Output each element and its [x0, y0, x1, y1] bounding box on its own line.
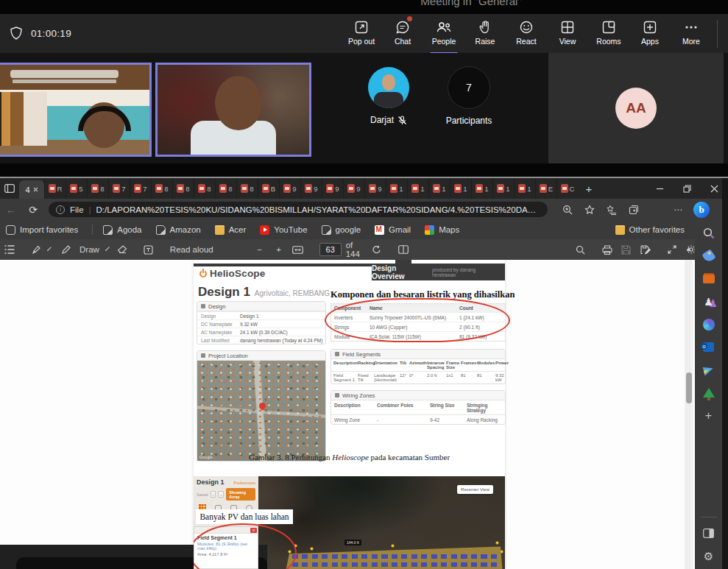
sidebar-tree-icon[interactable] [702, 386, 715, 400]
text-selection-icon[interactable] [139, 245, 158, 255]
minimize-button[interactable] [646, 178, 674, 199]
pdf-scrollbar[interactable] [685, 260, 693, 569]
eraser-icon[interactable] [113, 245, 132, 254]
restore-button[interactable] [674, 178, 701, 199]
toc-icon[interactable] [0, 245, 19, 254]
sidebar-drop-icon[interactable] [702, 363, 715, 377]
highlighter-chevron-icon[interactable] [47, 247, 52, 251]
favorite-maps[interactable]: Maps [425, 225, 459, 235]
browser-tab[interactable]: 1 [386, 178, 407, 199]
save-icon[interactable] [617, 245, 636, 255]
browser-tab[interactable]: 7 [108, 178, 130, 199]
people-button[interactable]: People [424, 18, 464, 52]
refresh-button[interactable]: ⟳ [22, 204, 44, 216]
zoom-in-icon[interactable]: + [269, 245, 289, 254]
sidebar-microsoft365-icon[interactable] [702, 317, 715, 331]
draw-chevron-icon[interactable] [105, 247, 110, 251]
favorite-youtube[interactable]: YouTube [260, 225, 307, 235]
video-tile-2[interactable] [155, 63, 311, 157]
browser-tab[interactable]: 1 [407, 178, 428, 199]
browser-tab[interactable]: 8 [172, 178, 194, 199]
raise-hand-button[interactable]: Raise [465, 18, 505, 52]
browser-tab[interactable]: 8 [215, 178, 236, 199]
highlighter-icon[interactable] [26, 245, 46, 255]
browser-tab[interactable]: B [258, 178, 279, 199]
search-document-icon[interactable] [571, 245, 590, 255]
sidebar-panel-icon[interactable] [702, 526, 715, 540]
browser-tab[interactable]: 9 [279, 178, 300, 199]
view-button[interactable]: View [548, 18, 587, 52]
bing-chat-icon[interactable]: b [689, 202, 714, 218]
fullscreen-icon[interactable] [662, 245, 682, 254]
favorites-hub-icon[interactable] [601, 205, 623, 215]
page-number-input[interactable] [319, 243, 342, 256]
page-view-icon[interactable] [394, 245, 413, 254]
browser-tab[interactable]: C [556, 178, 578, 199]
collections-icon[interactable] [623, 205, 645, 215]
self-tile[interactable]: AA [548, 53, 724, 163]
browser-tab[interactable]: 8 [236, 178, 258, 199]
browser-tab[interactable]: 1 [428, 178, 450, 199]
settings-more-icon[interactable]: ⋯ [667, 205, 689, 215]
tab-close-icon[interactable] [33, 187, 38, 192]
sidebar-search-icon[interactable] [702, 226, 715, 240]
browser-tab[interactable]: 9 [300, 178, 322, 199]
favorite-agoda[interactable]: Agoda [103, 225, 141, 235]
browser-tab[interactable]: 1 [471, 178, 492, 199]
import-favorites-button[interactable]: Import favorites [6, 225, 78, 235]
more-button[interactable]: More [671, 18, 711, 52]
url-field[interactable]: i File | D:/LAPORAN%20TESIS%20KU/SIDANG%… [49, 202, 548, 217]
react-button[interactable]: React [506, 18, 546, 52]
pop-out-button[interactable]: Pop out [342, 18, 381, 52]
browser-tab[interactable]: 7 [130, 178, 151, 199]
draw-label[interactable]: Draw [79, 245, 99, 254]
video-tile-1[interactable] [0, 63, 152, 157]
sidebar-settings-gear-icon[interactable]: ⚙ [702, 549, 715, 563]
sidebar-shopping-icon[interactable] [702, 249, 715, 263]
browser-tab[interactable]: 9 [343, 178, 364, 199]
browser-tab[interactable]: 8 [87, 178, 108, 199]
chat-button[interactable]: Chat [383, 18, 423, 52]
other-favorites-button[interactable]: Other favorites [615, 225, 685, 235]
favorite-acer-folder[interactable]: Acer [215, 225, 247, 235]
sidebar-tools-icon[interactable] [702, 272, 715, 286]
meeting-timer: 01:00:19 [31, 28, 71, 39]
draw-pen-icon[interactable] [56, 245, 75, 255]
favorite-gmail[interactable]: Gmail [375, 225, 411, 235]
browser-tab[interactable]: R [44, 178, 66, 199]
fit-width-icon[interactable] [289, 246, 308, 254]
add-favorite-icon[interactable] [579, 205, 601, 215]
browser-tab[interactable]: 9 [364, 178, 386, 199]
sidebar-games-icon[interactable]: ♟ [702, 294, 715, 308]
print-icon[interactable] [598, 245, 617, 255]
browser-tab[interactable]: 8 [194, 178, 215, 199]
browser-tab[interactable]: 8 [151, 178, 172, 199]
participants-count-item[interactable]: 7 Participants [428, 63, 509, 126]
browser-tab[interactable]: 9 [322, 178, 343, 199]
sidebar-outlook-icon[interactable] [702, 340, 715, 354]
favorite-google[interactable]: google [322, 225, 361, 235]
participant-video-2 [215, 76, 262, 130]
read-aloud-button[interactable]: Read aloud [170, 245, 213, 254]
browser-tab[interactable]: 1 [492, 178, 514, 199]
participant-darjat[interactable]: Darjat [348, 63, 429, 125]
new-tab-button[interactable]: + [578, 178, 600, 199]
rooms-button[interactable]: Rooms [589, 18, 629, 52]
sidebar-customize-icon[interactable]: + [702, 409, 715, 423]
active-tab[interactable]: 4 [19, 180, 44, 199]
zoom-out-icon[interactable]: − [250, 245, 269, 254]
scrollbar-up-arrow[interactable]: ▲ [685, 245, 692, 252]
browser-tab[interactable]: E [535, 178, 556, 199]
browser-tab[interactable]: 1 [450, 178, 471, 199]
rotate-icon[interactable] [367, 245, 386, 255]
pdf-scrollbar-thumb[interactable] [686, 372, 692, 403]
apps-button[interactable]: Apps [630, 18, 670, 52]
tab-actions-icon[interactable] [0, 178, 19, 199]
page-info-icon[interactable]: i [56, 205, 65, 214]
favorite-amazon[interactable]: Amazon [156, 225, 201, 235]
zoom-page-icon[interactable] [556, 205, 579, 215]
save-as-icon[interactable] [636, 245, 655, 255]
browser-tab[interactable]: 1 [514, 178, 535, 199]
browser-tab[interactable]: 5 [66, 178, 87, 199]
back-button[interactable]: ← [0, 204, 22, 216]
